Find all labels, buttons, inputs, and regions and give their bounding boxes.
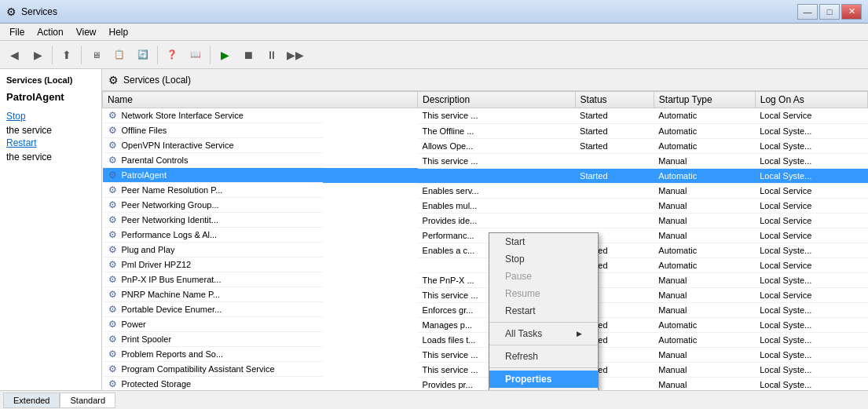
table-row[interactable]: ⚙Print SpoolerLoads files t...StartedAut… bbox=[103, 332, 868, 347]
service-desc bbox=[418, 168, 576, 183]
service-status: Started bbox=[575, 123, 654, 138]
table-row[interactable]: ⚙Parental ControlsThis service ...Manual… bbox=[103, 153, 868, 168]
ctx-separator bbox=[489, 345, 598, 345]
service-icon: ⚙ bbox=[108, 334, 119, 345]
table-row[interactable]: ⚙Problem Reports and So...This service .… bbox=[103, 347, 868, 362]
tab-standard[interactable]: Standard bbox=[60, 393, 115, 408]
ctx-item-restart[interactable]: Restart bbox=[489, 302, 598, 320]
restart-service-link[interactable]: Restart bbox=[6, 137, 95, 148]
service-icon: ⚙ bbox=[108, 214, 119, 225]
refresh-button[interactable]: 🔄 bbox=[132, 44, 154, 66]
table-row[interactable]: ⚙Network Store Interface ServiceThis ser… bbox=[103, 108, 868, 124]
table-row[interactable]: ⚙PnP-X IP Bus Enumerat...The PnP-X ...Ma… bbox=[103, 272, 868, 287]
tab-extended[interactable]: Extended bbox=[3, 393, 60, 408]
service-icon: ⚙ bbox=[108, 289, 119, 300]
service-name: Plug and Play bbox=[122, 245, 175, 254]
help-button[interactable]: ❓ bbox=[161, 44, 183, 66]
table-row[interactable]: ⚙Peer Networking Group...Enables mul...M… bbox=[103, 198, 868, 213]
table-row[interactable]: ⚙Performance Logs & Al...Performanc...Ma… bbox=[103, 228, 868, 243]
service-icon: ⚙ bbox=[108, 259, 119, 270]
ctx-item-all-tasks[interactable]: All Tasks▶ bbox=[489, 325, 598, 342]
col-startup[interactable]: Startup Type bbox=[654, 92, 755, 108]
col-name[interactable]: Name bbox=[103, 92, 418, 108]
ctx-item-start[interactable]: Start bbox=[489, 233, 598, 250]
toolbar-sep-3 bbox=[157, 46, 158, 64]
service-name: Pml Driver HPZ12 bbox=[122, 260, 192, 269]
table-row[interactable]: ⚙OpenVPN Interactive ServiceAllows Ope..… bbox=[103, 138, 868, 153]
restart-service-button[interactable]: ▶▶ bbox=[284, 44, 306, 66]
toolbar-sep-4 bbox=[210, 46, 211, 64]
services-table[interactable]: Name Description Status Startup Type Log… bbox=[102, 91, 868, 390]
pause-service-button[interactable]: ⏸ bbox=[261, 44, 283, 66]
service-icon: ⚙ bbox=[108, 363, 119, 374]
title-bar-text: Services bbox=[21, 6, 57, 17]
menu-action[interactable]: Action bbox=[31, 25, 69, 39]
col-logon[interactable]: Log On As bbox=[755, 92, 867, 108]
service-desc: The Offline ... bbox=[418, 123, 576, 138]
service-startup: Manual bbox=[654, 302, 755, 317]
service-name: Print Spooler bbox=[122, 334, 172, 344]
forward-button[interactable]: ▶ bbox=[27, 44, 49, 66]
ctx-separator bbox=[489, 322, 598, 323]
service-name: Offline Files bbox=[122, 126, 167, 135]
table-row[interactable]: ⚙Offline FilesThe Offline ...StartedAuto… bbox=[103, 123, 868, 138]
table-row[interactable]: ⚙Program Compatibility Assistant Service… bbox=[103, 362, 868, 377]
services-list: Name Description Status Startup Type Log… bbox=[102, 91, 868, 390]
table-row[interactable]: ⚙PNRP Machine Name P...This service ...M… bbox=[103, 287, 868, 302]
service-status bbox=[575, 198, 654, 213]
ctx-item-properties[interactable]: Properties bbox=[489, 371, 598, 388]
service-logon: Local Service bbox=[755, 108, 867, 124]
address-bar: ⚙ Services (Local) bbox=[102, 69, 868, 91]
service-icon: ⚙ bbox=[108, 378, 119, 389]
menu-file[interactable]: File bbox=[3, 25, 31, 39]
table-row[interactable]: ⚙Protected StorageProvides pr...ManualLo… bbox=[103, 377, 868, 390]
service-status bbox=[575, 213, 654, 228]
maximize-button[interactable]: □ bbox=[819, 4, 840, 20]
back-button[interactable]: ◀ bbox=[3, 44, 25, 66]
table-row[interactable]: ⚙PowerManages p...StartedAutomaticLocal … bbox=[103, 317, 868, 332]
service-name: Protected Storage bbox=[122, 379, 192, 389]
show-hide-button[interactable]: 🖥 bbox=[85, 44, 107, 66]
start-service-button[interactable]: ▶ bbox=[214, 44, 236, 66]
submenu-arrow-icon: ▶ bbox=[577, 330, 582, 338]
status-bar: Extended Standard bbox=[0, 390, 868, 409]
table-row[interactable]: ⚙Portable Device Enumer...Enforces gr...… bbox=[103, 302, 868, 317]
title-bar-buttons: — □ ✕ bbox=[797, 4, 862, 20]
service-icon: ⚙ bbox=[108, 244, 119, 255]
right-panel: ⚙ Services (Local) Name Description Stat… bbox=[102, 69, 868, 390]
col-desc[interactable]: Description bbox=[418, 92, 576, 108]
table-row[interactable]: ⚙Plug and PlayEnables a c...StartedAutom… bbox=[103, 243, 868, 257]
service-icon: ⚙ bbox=[108, 304, 119, 315]
service-startup: Manual bbox=[654, 228, 755, 243]
service-name: Peer Name Resolution P... bbox=[122, 185, 223, 195]
title-bar-left: ⚙ Services bbox=[6, 5, 57, 18]
service-startup: Manual bbox=[654, 347, 755, 362]
table-row[interactable]: ⚙Peer Networking Identit...Provides ide.… bbox=[103, 213, 868, 228]
menu-help[interactable]: Help bbox=[103, 25, 135, 39]
table-row[interactable]: ⚙Peer Name Resolution P...Enables serv..… bbox=[103, 183, 868, 198]
ctx-item-stop[interactable]: Stop bbox=[489, 250, 598, 268]
service-icon: ⚙ bbox=[108, 199, 119, 210]
menu-view[interactable]: View bbox=[70, 25, 103, 39]
stop-service-link[interactable]: Stop bbox=[6, 111, 95, 122]
service-logon: Local Syste... bbox=[755, 332, 867, 347]
service-logon: Local Syste... bbox=[755, 153, 867, 168]
table-row[interactable]: ⚙Pml Driver HPZ12StartedAutomaticLocal S… bbox=[103, 257, 868, 272]
context-menu: StartStopPauseResumeRestartAll Tasks▶Ref… bbox=[489, 232, 599, 390]
info-button[interactable]: 📖 bbox=[185, 44, 207, 66]
service-logon: Local Syste... bbox=[755, 168, 867, 183]
close-button[interactable]: ✕ bbox=[841, 4, 862, 20]
service-icon: ⚙ bbox=[108, 125, 119, 136]
ctx-item-refresh[interactable]: Refresh bbox=[489, 348, 598, 365]
service-logon: Local Service bbox=[755, 198, 867, 213]
up-button[interactable]: ⬆ bbox=[56, 44, 78, 66]
export-button[interactable]: 📋 bbox=[108, 44, 130, 66]
minimize-button[interactable]: — bbox=[797, 4, 818, 20]
service-startup: Manual bbox=[654, 287, 755, 302]
title-bar: ⚙ Services — □ ✕ bbox=[0, 0, 868, 24]
col-status[interactable]: Status bbox=[575, 92, 654, 108]
stop-service-button[interactable]: ⏹ bbox=[237, 44, 259, 66]
service-logon: Local Service bbox=[755, 287, 867, 302]
table-row[interactable]: ⚙PatrolAgentStartedAutomaticLocal Syste.… bbox=[103, 168, 868, 183]
service-logon: Local Syste... bbox=[755, 243, 867, 257]
